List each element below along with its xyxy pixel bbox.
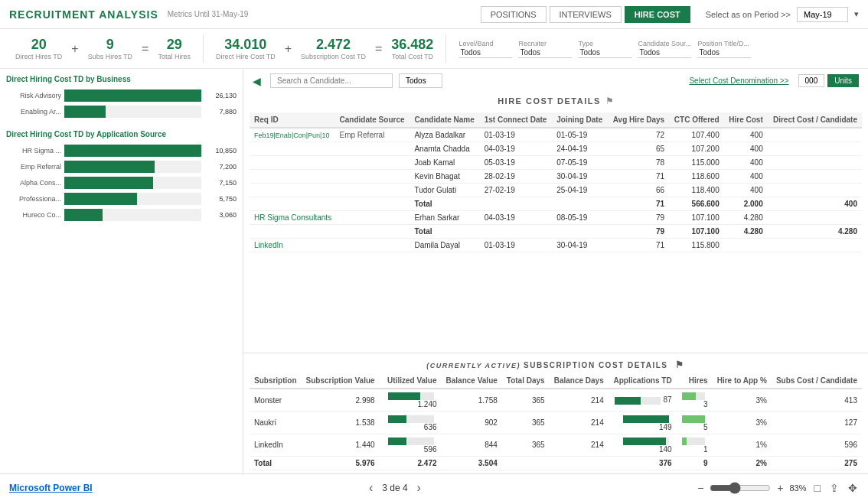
subs-cost-value: 2.472 — [316, 37, 351, 53]
bar-row-hureco: Hureco Co... 3,060 — [6, 209, 237, 221]
power-bi-link[interactable]: Microsoft Power BI — [9, 483, 93, 493]
info-icon[interactable]: ⚑ — [605, 96, 614, 106]
bar-value-emp: 7,200 — [204, 163, 237, 171]
direct-cost-cell — [768, 128, 862, 142]
monster-util-bar — [388, 392, 434, 400]
total-cost-metric: 36.482 Total Cost TD — [385, 37, 439, 60]
linkedin-apps-bar — [623, 438, 669, 445]
zoom-value: 83% — [790, 483, 807, 493]
bar-container-enabling — [64, 106, 201, 118]
subs-col-name: Subsription — [250, 373, 302, 389]
bar-fill-risk — [64, 89, 201, 102]
filter-level-select[interactable]: Todos — [458, 47, 512, 58]
op-plus-1: + — [68, 42, 81, 56]
col-hire-cost: Hire Cost — [724, 112, 768, 128]
req-id-cell: Feb19|Enab|Con|Pun|10 — [250, 128, 335, 142]
filter-recruiter-select[interactable]: Todos — [518, 47, 572, 58]
bar-label-hrsigma: HR Sigma ... — [6, 147, 61, 155]
chart-source-title: Direct Hiring Cost TD by Application Sou… — [6, 130, 237, 138]
fit-page-icon[interactable]: □ — [813, 480, 822, 496]
bar-fill-alpha — [64, 177, 153, 189]
summary-row: 20 Direct Hires TD + 9 Subs Hires TD = 2… — [0, 29, 868, 69]
subs-col-balance-days: Balance Days — [550, 373, 609, 389]
subs-col-util: Utilized Value — [380, 373, 442, 389]
direct-hires-value: 20 — [31, 37, 47, 53]
subs-header-row: Subsription Subscription Value Utilized … — [250, 373, 862, 389]
table-total-row-1: Total 71 566.600 2.000 400 — [250, 197, 862, 211]
denomination-units-button[interactable]: Units — [827, 74, 859, 87]
zoom-plus-icon[interactable]: + — [777, 482, 783, 494]
subs-col-sub-value: Subscription Value — [302, 373, 380, 389]
zoom-slider[interactable] — [710, 482, 771, 494]
col-direct-cost: Direct Cost / Candidate — [768, 112, 862, 128]
bar-label-risk: Risk Advisory — [6, 92, 61, 99]
footer: Microsoft Power BI ‹ 3 de 4 › − + 83% □ … — [0, 473, 868, 501]
table-row: Tudor Gulati 27-02-19 25-04-19 66 118.40… — [250, 184, 862, 197]
filter-position-select[interactable]: Todos — [697, 47, 751, 58]
bar-label-enabling: Enabling Ar... — [6, 108, 61, 115]
filter-type: Type Todos — [578, 40, 631, 58]
hire-cost-section-header: HIRE COST DETAILS ⚑ — [250, 93, 862, 109]
hire-cost-section: ◀ Todos Select Cost Denomination >> 000 … — [243, 69, 868, 353]
interviews-button[interactable]: INTERVIEWS — [550, 6, 622, 23]
right-panel: ◀ Todos Select Cost Denomination >> 000 … — [243, 69, 868, 473]
filter-source-select[interactable]: Todos — [638, 47, 691, 58]
bar-row-professional: Professiona... 5,750 — [6, 193, 237, 205]
hire-cost-button[interactable]: HIRE COST — [625, 6, 690, 23]
bar-label-professional: Professiona... — [6, 195, 61, 203]
denomination-000-button[interactable]: 000 — [798, 74, 825, 87]
period-selector: Select as on Period >> May-19 ▾ — [706, 7, 859, 22]
share-icon[interactable]: ⇪ — [828, 480, 840, 496]
hire-cost-details-title: HIRE COST DETAILS — [498, 96, 601, 106]
main-container: RECRUITMENT ANALYSIS Metrics Until 31-Ma… — [0, 0, 868, 501]
select-denomination-link[interactable]: Select Cost Denomination >> — [689, 76, 788, 85]
col-req-id: Req ID — [250, 112, 335, 128]
nav-back-icon[interactable]: ◀ — [253, 75, 261, 87]
subscription-table: Subsription Subscription Value Utilized … — [250, 373, 862, 470]
candidate-search-input[interactable] — [270, 73, 393, 88]
bar-label-emp: Emp Referral — [6, 163, 61, 171]
content-area: Direct Hiring Cost TD by Business Risk A… — [0, 69, 868, 473]
table-row: HR Sigma Consultants Erhan Sarkar 04-03-… — [250, 211, 862, 225]
table-row: LinkedIn Damila Dayal 01-03-19 30-04-19 … — [250, 239, 862, 252]
bar-label-hureco: Hureco Co... — [6, 211, 61, 219]
next-page-button[interactable]: › — [417, 481, 421, 495]
fullscreen-icon[interactable]: ✥ — [847, 480, 859, 496]
source-cell: Emp Referral — [335, 128, 410, 142]
period-label: Select as on Period >> — [706, 10, 791, 19]
direct-cost-metric: 34.010 Direct Hire Cost TD — [210, 37, 282, 60]
bar-value-hureco: 3,060 — [204, 211, 237, 219]
table-row: Anamta Chadda 04-03-19 24-04-19 65 107.2… — [250, 142, 862, 156]
connect-cell: 01-03-19 — [480, 128, 553, 142]
direct-cost-label: Direct Hire Cost TD — [216, 53, 276, 60]
zoom-minus-icon[interactable]: − — [697, 482, 703, 494]
filter-group: Level/Band Todos Recruiter Todos Type To… — [458, 40, 859, 58]
positions-button[interactable]: POSITIONS — [481, 6, 547, 23]
period-dropdown[interactable]: May-19 — [797, 7, 848, 22]
subs-hires-label: Subs Hires TD — [88, 53, 132, 60]
filter-position-title: Position Title/D... Todos — [697, 40, 751, 58]
subscription-section-title: (Currently Active) SUBSCRIPTION COST DET… — [250, 356, 862, 373]
col-joining: Joining Date — [552, 112, 608, 128]
prev-page-button[interactable]: ‹ — [369, 481, 373, 495]
bar-row-hrsigma: HR Sigma ... 10,850 — [6, 145, 237, 157]
filter-type-select[interactable]: Todos — [578, 47, 631, 58]
bar-fill-hrsigma — [64, 145, 201, 157]
page-navigation: ‹ 3 de 4 › — [369, 481, 421, 495]
direct-hires-label: Direct Hires TD — [15, 53, 62, 60]
total-hires-label: Total Hires — [158, 53, 191, 60]
bar-value-hrsigma: 10,850 — [204, 147, 237, 155]
bar-container-emp — [64, 161, 201, 173]
bar-fill-hureco — [64, 209, 103, 221]
left-panel: Direct Hiring Cost TD by Business Risk A… — [0, 69, 243, 473]
subs-hires-value: 9 — [106, 37, 114, 53]
bar-container-professional — [64, 193, 201, 205]
bar-value-enabling: 7,880 — [204, 108, 237, 115]
page-info: 3 de 4 — [382, 483, 407, 493]
candidate-filter-dropdown[interactable]: Todos — [399, 73, 442, 88]
subs-info-icon[interactable]: ⚑ — [675, 359, 685, 370]
bar-fill-emp — [64, 161, 155, 173]
bar-row-alpha: Alpha Cons... 7,150 — [6, 177, 237, 189]
chart-source-section: Direct Hiring Cost TD by Application Sou… — [6, 130, 237, 221]
denomination-group: Select Cost Denomination >> 000 Units — [689, 74, 859, 87]
